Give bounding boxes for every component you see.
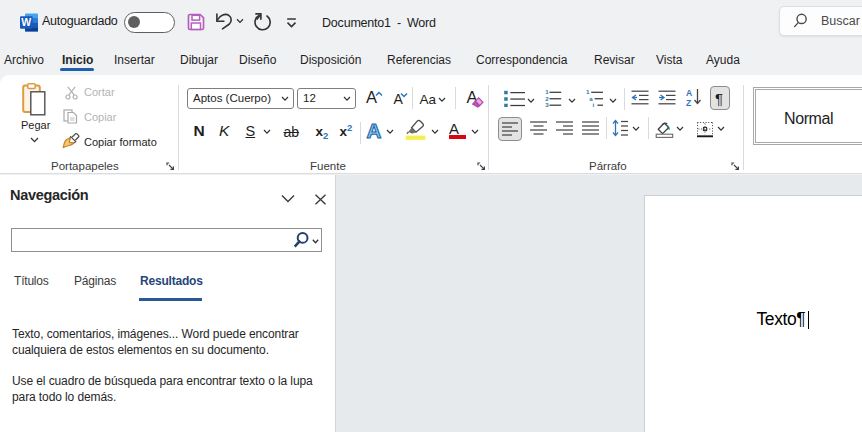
svg-text:Z: Z [686, 97, 691, 107]
svg-text:W: W [21, 16, 31, 28]
svg-text:3: 3 [545, 101, 549, 108]
svg-text:i: i [592, 101, 594, 108]
svg-text:A: A [686, 88, 692, 98]
